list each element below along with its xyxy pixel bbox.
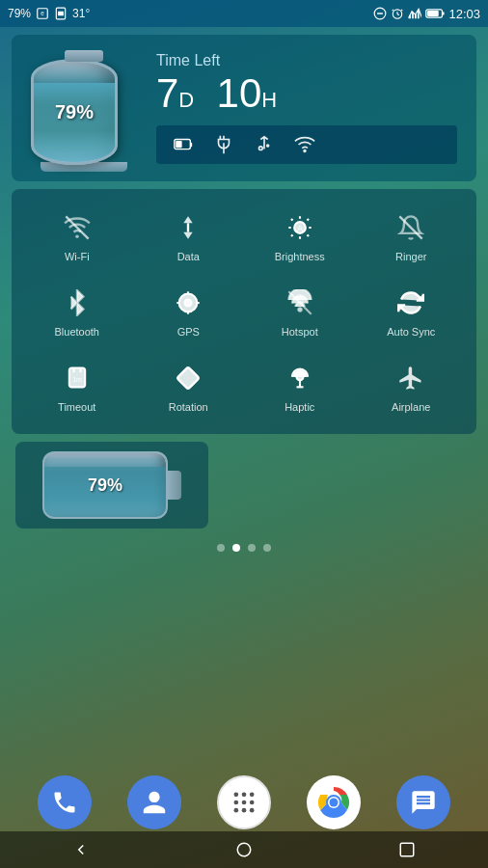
svg-line-8	[397, 14, 399, 15]
haptic-label: Haptic	[285, 401, 314, 413]
quick-item-wifi[interactable]: Wi-Fi	[23, 201, 131, 272]
svg-rect-16	[428, 11, 440, 16]
apps-icon	[230, 789, 258, 816]
quick-item-haptic[interactable]: Haptic	[246, 351, 354, 422]
wifi-mode-icon[interactable]	[285, 131, 324, 158]
airplane-label: Airplane	[392, 401, 430, 413]
brightness-label: Brightness	[275, 251, 325, 262]
svg-rect-12	[413, 13, 415, 18]
contacts-icon	[141, 789, 168, 816]
svg-rect-3	[58, 12, 64, 16]
svg-rect-13	[415, 14, 417, 19]
battery-cylinder: 79%	[31, 59, 118, 165]
battery-cap-small	[168, 471, 181, 500]
battery-status-icon	[425, 8, 445, 19]
quick-item-autosync[interactable]: Auto Sync	[358, 276, 466, 347]
svg-rect-58	[400, 843, 414, 856]
battery-icon-large: 79%	[31, 50, 137, 166]
dot-4[interactable]	[263, 544, 271, 552]
time-left-value: 7D 10H	[156, 73, 457, 114]
battery-mode-icon[interactable]	[164, 131, 203, 158]
time-left-label: Time Left	[156, 52, 457, 69]
rotation-icon	[171, 361, 205, 395]
hours-value: 10	[217, 70, 262, 116]
contacts-button[interactable]	[127, 775, 181, 829]
quick-item-gps[interactable]: GPS	[135, 276, 243, 347]
gps-icon	[171, 285, 205, 320]
svg-point-49	[250, 800, 255, 805]
quick-item-data[interactable]: Data	[135, 201, 243, 272]
dnd-icon	[373, 7, 387, 20]
temperature: 31°	[72, 7, 90, 20]
back-button[interactable]	[62, 831, 100, 868]
battery-small: 79%	[42, 451, 181, 519]
autosync-icon	[393, 285, 428, 320]
quick-item-bluetooth[interactable]: Bluetooth	[23, 276, 131, 347]
svg-text:1m: 1m	[72, 376, 82, 383]
quick-item-ringer[interactable]: Ringer	[358, 201, 466, 272]
hotspot-icon	[283, 285, 317, 320]
dot-2[interactable]	[232, 544, 240, 552]
status-left: 79% e 31°	[8, 7, 90, 20]
svg-point-52	[250, 808, 255, 813]
quick-settings-grid: Wi-Fi Data	[23, 201, 465, 422]
svg-line-10	[402, 10, 403, 11]
quick-item-brightness[interactable]: A Brightness	[246, 201, 354, 272]
svg-rect-19	[176, 141, 181, 148]
quick-item-timeout[interactable]: 1m Timeout	[23, 351, 131, 422]
e-icon: e	[36, 7, 49, 20]
usb-mode-icon[interactable]	[245, 131, 284, 158]
plug-icon	[213, 134, 234, 155]
recent-button[interactable]	[388, 831, 426, 868]
data-icon	[171, 210, 205, 245]
widgets-area: 79% Time Left 7D 10H	[0, 27, 488, 567]
hours-unit: H	[261, 88, 277, 112]
alarm-icon	[391, 7, 404, 20]
days-unit: D	[178, 88, 194, 112]
battery-info: Time Left 7D 10H	[156, 52, 457, 164]
dot-3[interactable]	[248, 544, 256, 552]
rotation-label: Rotation	[169, 401, 208, 413]
quick-item-airplane[interactable]: Airplane	[358, 351, 466, 422]
battery-bottom-container: 79%	[12, 442, 476, 529]
brightness-icon: A	[283, 210, 317, 245]
battery-widget-top: 79% Time Left 7D 10H	[12, 35, 476, 181]
days-value: 7	[156, 70, 178, 116]
home-icon	[235, 841, 253, 858]
usb-icon	[254, 134, 275, 155]
ringer-icon	[393, 210, 428, 245]
autosync-label: Auto Sync	[387, 326, 435, 338]
wifi-icon-mode	[294, 134, 315, 155]
recent-icon	[398, 841, 416, 858]
haptic-icon	[283, 361, 317, 395]
svg-rect-17	[443, 12, 445, 14]
svg-point-57	[237, 843, 251, 856]
messages-icon	[410, 789, 437, 816]
status-right: 12:03	[373, 7, 480, 21]
timeout-icon: 1m	[60, 361, 95, 395]
svg-point-47	[233, 800, 238, 805]
messages-button[interactable]	[396, 775, 450, 829]
dot-1[interactable]	[217, 544, 225, 552]
phone-icon	[51, 789, 78, 816]
svg-point-44	[233, 793, 238, 798]
charging-mode-icon[interactable]	[204, 131, 243, 158]
svg-point-51	[242, 808, 247, 813]
apps-button[interactable]	[217, 775, 271, 829]
svg-point-56	[330, 799, 339, 807]
svg-rect-20	[190, 143, 192, 148]
quick-item-rotation[interactable]: Rotation	[135, 351, 243, 422]
battery-percent-large: 79%	[55, 101, 94, 123]
svg-point-46	[250, 793, 255, 798]
svg-rect-11	[410, 15, 412, 19]
quick-settings-widget: Wi-Fi Data	[12, 189, 476, 434]
chrome-button[interactable]	[307, 775, 361, 829]
battery-widget-bottom: 79%	[15, 442, 208, 529]
ringer-label: Ringer	[395, 251, 426, 262]
chrome-icon	[314, 783, 353, 822]
home-button[interactable]	[225, 831, 263, 868]
svg-text:A: A	[297, 224, 304, 233]
phone-button[interactable]	[38, 775, 92, 829]
airplane-icon	[393, 361, 428, 395]
quick-item-hotspot[interactable]: Hotspot	[246, 276, 354, 347]
